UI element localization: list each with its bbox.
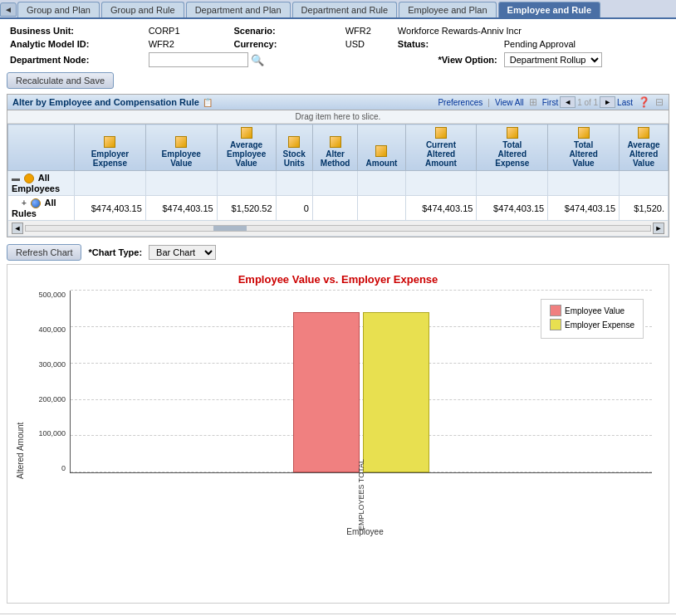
scroll-track: ◄ ► (12, 222, 664, 234)
col-header-employer-expense: EmployerExpense (75, 125, 146, 171)
grid-info-icon[interactable]: 📋 (203, 98, 213, 107)
col-icon-2 (175, 136, 187, 148)
col-header-avg-altered-value: AverageAlteredValue (620, 125, 669, 171)
status-label: Status: (398, 39, 429, 49)
scenario-value: WFR2 (345, 26, 371, 36)
col-header-current-altered-amount: CurrentAlteredAmount (405, 125, 477, 171)
tab-department-and-rule[interactable]: Department and Rule (292, 2, 398, 17)
col-icon-8 (507, 127, 518, 139)
status-value: Pending Approval (504, 39, 576, 49)
all-rules-expand[interactable]: + (22, 198, 27, 208)
col-header-total-altered-value: TotalAlteredValue (548, 125, 620, 171)
chart-title: Employee Value vs. Employer Expense (16, 273, 660, 286)
ae-col-5 (312, 171, 357, 196)
refresh-chart-button[interactable]: Refresh Chart (7, 244, 81, 261)
chart-type-label: *Chart Type: (88, 247, 142, 257)
col-icon-10 (638, 127, 649, 139)
ae-col-9 (548, 171, 620, 196)
tab-group-and-plan[interactable]: Group and Plan (17, 2, 100, 17)
tab-employee-and-rule[interactable]: Employee and Rule (498, 2, 600, 17)
tab-nav-prev[interactable]: ◄ (0, 2, 17, 17)
legend-color-yellow (550, 319, 561, 330)
y-tick-500k: 500,000 (27, 291, 69, 299)
scrollbar-cell: ◄ ► (8, 221, 669, 237)
chart-type-select[interactable]: Bar Chart Line Chart Pie Chart (149, 245, 216, 260)
ar-col-8: $474,403.15 (477, 196, 548, 221)
bar-employee-value (293, 312, 360, 472)
all-employees-expand[interactable]: ▬ (12, 174, 20, 183)
col-header-stock-units: StockUnits (276, 125, 312, 171)
view-all-link[interactable]: View All (495, 98, 524, 107)
scroll-bar[interactable] (25, 225, 651, 232)
chart-legend: Employee Value Employer Expense (541, 299, 644, 339)
all-rules-icon (31, 198, 41, 208)
grid-icon-1[interactable]: ⊞ (529, 96, 537, 108)
grid-header-bar: Alter by Employee and Compensation Rule … (7, 95, 669, 110)
ar-col-5 (312, 196, 357, 221)
col-header-total-altered-expense: TotalAlteredExpense (477, 125, 548, 171)
tab-department-and-plan[interactable]: Department and Plan (186, 2, 291, 17)
tabs-bar: ◄ Group and Plan Group and Rule Departme… (0, 0, 676, 19)
page-info: 1 of 1 (577, 98, 598, 107)
legend-label-employer-expense: Employer Expense (565, 320, 634, 330)
ar-col-7: $474,403.15 (405, 196, 477, 221)
bars-group (120, 291, 602, 472)
col-icon-7 (435, 127, 447, 139)
grid-help-icon[interactable]: ❓ (638, 96, 650, 108)
scroll-thumb (213, 226, 247, 231)
ae-col-10 (620, 171, 669, 196)
x-tick-label: EMPLOYEES TOTAL (357, 459, 365, 530)
dept-node-area: 🔍 (149, 52, 339, 67)
last-btn[interactable]: Last (617, 98, 633, 107)
all-employees-cell: ▬ All Employees (8, 171, 75, 196)
y-tick-100k: 100,000 (27, 429, 69, 438)
all-rules-cell: + All Rules (8, 196, 75, 221)
col-icon-6 (375, 145, 387, 157)
ae-col-4 (276, 171, 312, 196)
ar-col-9: $474,403.15 (548, 196, 620, 221)
grid-toolbar: Preferences | View All ⊞ First ◄ 1 of 1 … (438, 96, 664, 108)
col-header-employee-value: EmployeeValue (145, 125, 217, 171)
dept-node-input[interactable] (149, 52, 248, 67)
dept-node-search-icon[interactable]: 🔍 (251, 54, 264, 66)
view-option-label: *View Option: (438, 55, 497, 65)
view-option-select[interactable]: Department Rollup All Departments Single… (504, 52, 602, 67)
col-icon-4 (288, 136, 300, 148)
col-header-amount: Amount (358, 125, 405, 171)
main-content: Business Unit: CORP1 Scenario: WFR2 Work… (0, 19, 676, 609)
preferences-link[interactable]: Preferences (438, 98, 483, 107)
currency-value: USD (345, 39, 365, 49)
scroll-right[interactable]: ► (653, 222, 664, 234)
first-btn[interactable]: First (542, 98, 558, 107)
dept-node-label: Department Node: (10, 55, 89, 65)
analytic-model-label: Analytic Model ID: (10, 39, 89, 49)
tab-group-and-rule[interactable]: Group and Rule (101, 2, 184, 17)
y-tick-300k: 300,000 (27, 360, 69, 369)
col-header-avg-employee-value: AverageEmployeeValue (217, 125, 276, 171)
chart-container: Employee Value vs. Employer Expense Alte… (7, 264, 669, 604)
x-tick-container: EMPLOYEES TOTAL (71, 456, 652, 530)
ae-col-2 (145, 171, 217, 196)
prev-page-btn[interactable]: ◄ (560, 96, 576, 108)
col-icon-5 (330, 136, 341, 148)
legend-item-employer-expense: Employer Expense (550, 319, 634, 330)
recalculate-save-button-top[interactable]: Recalculate and Save (7, 72, 114, 89)
grid-columns-icon[interactable]: ⊟ (655, 96, 664, 108)
analytic-model-value: WFR2 (149, 39, 174, 49)
scenario-label: Scenario: (233, 26, 275, 36)
tab-employee-and-plan[interactable]: Employee and Plan (399, 2, 496, 17)
ae-col-8 (477, 171, 548, 196)
y-tick-200k: 200,000 (27, 395, 69, 403)
all-employees-icon (24, 174, 34, 183)
scrollbar-row: ◄ ► (8, 221, 669, 237)
scroll-left[interactable]: ◄ (12, 222, 23, 234)
business-unit-label: Business Unit: (10, 26, 74, 36)
grid-title: Alter by Employee and Compensation Rule (12, 97, 199, 107)
ae-col-1 (75, 171, 146, 196)
legend-label-employee-value: Employee Value (565, 306, 625, 315)
workforce-label: Workforce Rewards-Anniv Incr (398, 26, 522, 36)
pagination: First ◄ 1 of 1 ► Last (542, 96, 633, 108)
col-icon-1 (104, 136, 115, 148)
next-page-btn[interactable]: ► (600, 96, 615, 108)
col-icon-3 (241, 127, 252, 139)
